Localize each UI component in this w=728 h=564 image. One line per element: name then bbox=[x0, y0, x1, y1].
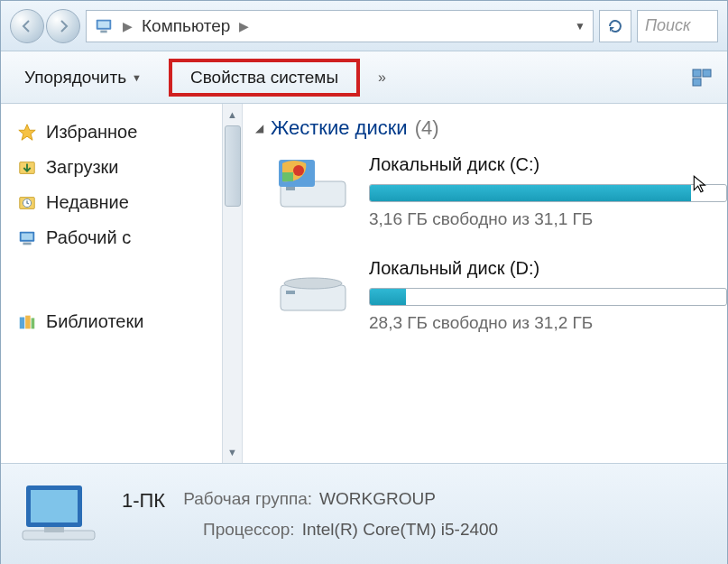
arrow-left-icon bbox=[20, 19, 34, 33]
sidebar-item-desktop[interactable]: Рабочий с bbox=[1, 220, 217, 255]
sidebar-item-label: Избранное bbox=[46, 122, 137, 143]
workgroup-label: Рабочая группа: bbox=[183, 489, 312, 513]
drive-usage-fill bbox=[370, 289, 406, 305]
svg-rect-12 bbox=[20, 317, 25, 328]
system-properties-label: Свойства системы bbox=[190, 68, 338, 87]
search-placeholder: Поиск bbox=[645, 16, 691, 35]
svg-rect-2 bbox=[100, 30, 106, 32]
sidebar: Избранное Загрузки Недавние Рабочий с bbox=[1, 104, 243, 463]
svg-point-22 bbox=[284, 278, 342, 289]
scroll-up-icon[interactable]: ▲ bbox=[223, 104, 242, 125]
drive-item[interactable]: Локальный диск (D:) 28,3 ГБ свободно из … bbox=[255, 258, 727, 333]
sidebar-item-favorites[interactable]: Избранное bbox=[1, 115, 217, 150]
drive-usage-bar bbox=[369, 288, 727, 306]
svg-rect-26 bbox=[44, 527, 64, 532]
svg-rect-1 bbox=[98, 21, 110, 27]
system-properties-button[interactable]: Свойства системы bbox=[169, 59, 360, 97]
section-title: Жесткие диски bbox=[271, 116, 408, 140]
organize-label: Упорядочить bbox=[24, 68, 126, 88]
drive-name: Локальный диск (D:) bbox=[369, 258, 727, 279]
organize-button[interactable]: Упорядочить ▼ bbox=[15, 62, 151, 93]
pc-name: 1-ПК bbox=[122, 489, 165, 513]
sidebar-item-label: Рабочий с bbox=[46, 227, 131, 248]
svg-rect-11 bbox=[23, 242, 31, 245]
drive-free-text: 3,16 ГБ свободно из 31,1 ГБ bbox=[369, 209, 727, 229]
svg-rect-5 bbox=[693, 79, 701, 86]
workgroup-value: WORKGROUP bbox=[319, 489, 436, 513]
computer-icon bbox=[94, 16, 114, 36]
svg-point-18 bbox=[293, 165, 304, 176]
svg-rect-3 bbox=[693, 69, 701, 77]
breadcrumb-dropdown-icon[interactable]: ▼ bbox=[575, 20, 585, 32]
desktop-icon bbox=[17, 228, 37, 248]
svg-rect-14 bbox=[32, 318, 35, 328]
svg-rect-19 bbox=[282, 172, 293, 181]
sidebar-item-label: Библиотеки bbox=[46, 311, 143, 332]
breadcrumb-sep-icon: ▶ bbox=[123, 19, 133, 33]
forward-button[interactable] bbox=[46, 9, 80, 43]
svg-rect-13 bbox=[25, 315, 31, 328]
body: Избранное Загрузки Недавние Рабочий с bbox=[1, 104, 727, 463]
libraries-icon bbox=[17, 312, 37, 332]
sidebar-item-label: Недавние bbox=[46, 192, 129, 213]
svg-rect-24 bbox=[31, 490, 78, 522]
explorer-window: ▶ Компьютер ▶ ▼ Поиск Упорядочить ▼ Свой… bbox=[0, 0, 728, 564]
downloads-icon bbox=[17, 158, 37, 178]
star-icon bbox=[17, 123, 37, 143]
drive-usage-bar bbox=[369, 184, 727, 202]
refresh-icon bbox=[606, 17, 624, 35]
svg-rect-10 bbox=[22, 233, 33, 239]
view-options-icon[interactable] bbox=[691, 67, 713, 88]
drive-d-icon bbox=[273, 258, 353, 316]
sidebar-item-label: Загрузки bbox=[46, 157, 119, 178]
recent-icon bbox=[17, 193, 37, 213]
scroll-down-icon[interactable]: ▼ bbox=[223, 441, 242, 463]
content-pane: ◢ Жесткие диски (4) Локальный диск (C:) … bbox=[243, 104, 727, 463]
drive-item[interactable]: Локальный диск (C:) 3,16 ГБ свободно из … bbox=[255, 154, 727, 229]
breadcrumb-location: Компьютер bbox=[142, 16, 230, 36]
svg-rect-16 bbox=[286, 187, 295, 190]
sidebar-item-libraries[interactable]: Библиотеки bbox=[1, 304, 217, 339]
details-panel: 1-ПК Рабочая группа: WORKGROUP Процессор… bbox=[1, 463, 727, 564]
breadcrumb[interactable]: ▶ Компьютер ▶ ▼ bbox=[86, 10, 594, 42]
cpu-value: Intel(R) Core(TM) i5-2400 bbox=[302, 520, 499, 540]
collapse-icon[interactable]: ◢ bbox=[255, 122, 263, 134]
scroll-thumb[interactable] bbox=[225, 125, 241, 207]
drive-free-text: 28,3 ГБ свободно из 31,2 ГБ bbox=[369, 313, 727, 333]
drive-name: Локальный диск (C:) bbox=[369, 154, 727, 175]
refresh-button[interactable] bbox=[599, 10, 631, 42]
nav-buttons bbox=[10, 9, 80, 43]
search-input[interactable]: Поиск bbox=[637, 10, 718, 42]
back-button[interactable] bbox=[10, 9, 44, 43]
arrow-right-icon bbox=[56, 19, 70, 33]
cpu-label: Процессор: bbox=[203, 520, 295, 540]
toolbar-more-button[interactable]: » bbox=[378, 69, 386, 86]
drive-c-icon bbox=[273, 154, 353, 212]
sidebar-item-recent[interactable]: Недавние bbox=[1, 185, 217, 220]
sidebar-scrollbar[interactable]: ▲ ▼ bbox=[222, 104, 242, 463]
sidebar-item-downloads[interactable]: Загрузки bbox=[1, 150, 217, 185]
caret-down-icon: ▼ bbox=[132, 72, 142, 83]
address-bar: ▶ Компьютер ▶ ▼ Поиск bbox=[1, 1, 727, 51]
drive-usage-fill bbox=[370, 185, 691, 201]
section-header[interactable]: ◢ Жесткие диски (4) bbox=[255, 116, 727, 140]
section-count: (4) bbox=[415, 116, 439, 140]
breadcrumb-sep-icon: ▶ bbox=[239, 19, 249, 33]
computer-large-icon bbox=[17, 478, 100, 550]
toolbar: Упорядочить ▼ Свойства системы » bbox=[1, 51, 727, 104]
details-text: 1-ПК Рабочая группа: WORKGROUP Процессор… bbox=[122, 489, 498, 540]
svg-rect-21 bbox=[286, 291, 295, 294]
svg-rect-4 bbox=[703, 69, 711, 77]
